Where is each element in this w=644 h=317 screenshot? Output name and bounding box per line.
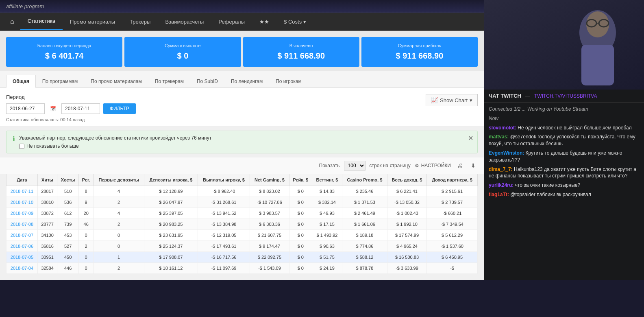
tab-general[interactable]: Общая bbox=[6, 75, 36, 88]
tab-trackers[interactable]: По трекерам bbox=[148, 75, 190, 87]
svg-point-3 bbox=[586, 11, 609, 37]
stat-balance-title: Баланс текущего периода bbox=[12, 43, 116, 48]
date-link[interactable]: 2018-07-07 bbox=[11, 233, 33, 238]
tab-subid[interactable]: По SubID bbox=[190, 75, 224, 87]
info-notice: ℹ Уважаемый партнер, следующее обновлени… bbox=[6, 131, 478, 153]
per-page-label: строк на страницу bbox=[370, 163, 411, 168]
stream-video bbox=[484, 0, 644, 90]
stats-updated: Статистика обновлялась: 00:14 назад bbox=[6, 117, 136, 122]
nav-home-icon[interactable]: ⌂ bbox=[4, 13, 20, 30]
settings-button[interactable]: ⚙ НАСТРОЙКИ bbox=[415, 163, 451, 168]
date-link[interactable]: 2018-07-04 bbox=[11, 266, 33, 271]
tab-landings[interactable]: По лендингам bbox=[224, 75, 269, 87]
chat-message-text: @topsaider паблики вк раскручивал bbox=[510, 192, 591, 197]
nav-referrals[interactable]: Рефералы bbox=[211, 14, 252, 30]
stats-row: Баланс текущего периода $ 6 401.74 Сумма… bbox=[0, 31, 484, 71]
date-link[interactable]: 2018-07-09 bbox=[11, 211, 33, 216]
stat-card-paid: Выплачено $ 911 668.90 bbox=[243, 37, 359, 67]
col-date: Дата bbox=[7, 174, 38, 186]
date-link[interactable]: 2018-07-10 bbox=[11, 200, 33, 205]
filter-area: Период 📅 ФИЛЬТР Статистика обновлялась: … bbox=[0, 88, 484, 127]
svg-rect-4 bbox=[581, 45, 614, 85]
stat-payout-title: Сумма к выплате bbox=[131, 43, 235, 48]
nav-trackers[interactable]: Трекеры bbox=[122, 14, 158, 30]
stat-total-value: $ 911 668.90 bbox=[368, 51, 472, 61]
date-to-input[interactable] bbox=[61, 103, 100, 114]
stat-card-total-profit: Суммарная прибыль $ 911 668.90 bbox=[361, 37, 478, 67]
calendar-from-icon[interactable]: 📅 bbox=[48, 104, 58, 114]
col-pay-player: Выплаты игроку, $ bbox=[198, 174, 250, 186]
download-icon[interactable]: ⬇ bbox=[469, 162, 478, 170]
gear-icon: ⚙ bbox=[415, 163, 419, 168]
nav-stars[interactable]: ★★ bbox=[252, 14, 276, 30]
col-partner-income: Доход партнера, $ bbox=[427, 174, 478, 186]
period-label: Период bbox=[6, 94, 136, 100]
notice-checkbox-label: Не показывать больше bbox=[26, 143, 79, 149]
chat-message: Now bbox=[489, 115, 639, 122]
chat-message: EvgenWinston: Крутить то дальше будешь и… bbox=[489, 150, 639, 164]
notice-content: Уважаемый партнер, следующее обновление … bbox=[19, 135, 211, 149]
stat-paid-title: Выплачено bbox=[249, 43, 353, 48]
chat-message-text: Не один человек не выйграл больше,чем пр… bbox=[518, 125, 631, 131]
chat-message: Connected 1/2 ... Working on Youtube Str… bbox=[489, 106, 639, 113]
show-chart-button[interactable]: 📈 Show Chart ▾ bbox=[426, 94, 478, 106]
header-logo: affiliate program bbox=[6, 3, 44, 9]
chat-username: flag1aTt: bbox=[489, 192, 510, 197]
chat-username: EvgenWinston: bbox=[489, 150, 526, 156]
date-link[interactable]: 2018-07-08 bbox=[11, 222, 33, 227]
chat-message: slovomolot: Не один человек не выйграл б… bbox=[489, 125, 639, 131]
rows-per-page-select[interactable]: 100 50 25 bbox=[344, 161, 366, 171]
show-label: Показать bbox=[319, 163, 340, 168]
chat-message: mattvas: @se7endok господи успокойся ты … bbox=[489, 133, 639, 147]
info-icon: ℹ bbox=[13, 135, 15, 143]
tab-programs[interactable]: По программам bbox=[36, 75, 85, 87]
nav-accounting[interactable]: Взаиморасчеты bbox=[158, 14, 211, 30]
data-table: Дата Хиты Хосты Рег. Первые депозиты Деп… bbox=[6, 174, 478, 274]
col-dep-player: Депозиты игрока, $ bbox=[144, 174, 198, 186]
chat-username: slovomolot: bbox=[489, 125, 518, 131]
chat-title: ЧАТ TWITCH bbox=[489, 93, 521, 99]
tabs-area: Общая По программам По промо материалам … bbox=[0, 71, 484, 88]
stat-payout-value: $ 0 bbox=[131, 51, 235, 61]
header: affiliate program bbox=[0, 0, 484, 13]
stat-total-title: Суммарная прибыль bbox=[368, 43, 472, 48]
nav-costs[interactable]: $ Costs ▾ bbox=[276, 14, 313, 30]
chat-link[interactable]: TWITCH.TV/VITUSSBRITVA bbox=[534, 93, 597, 99]
chat-separator: — bbox=[525, 93, 530, 99]
nav-promo[interactable]: Промо материалы bbox=[63, 14, 122, 30]
print-icon[interactable]: 🖨 bbox=[455, 162, 465, 170]
nav-statistics[interactable]: Статистика bbox=[20, 13, 63, 30]
table-controls: Показать 100 50 25 строк на страницу ⚙ Н… bbox=[0, 157, 484, 174]
notice-checkbox[interactable] bbox=[19, 144, 24, 149]
col-rake: Рейк, $ bbox=[289, 174, 312, 186]
chat-username: dima_7_7: bbox=[489, 166, 514, 172]
chat-messages: Connected 1/2 ... Working on Youtube Str… bbox=[484, 103, 644, 280]
chat-message-text: @se7endok господи успокойся ты пожалуйст… bbox=[489, 134, 635, 146]
date-link[interactable]: 2018-07-06 bbox=[11, 244, 33, 249]
filter-left: Период 📅 ФИЛЬТР Статистика обновлялась: … bbox=[6, 94, 136, 122]
notice-checkbox-row: Не показывать больше bbox=[19, 143, 211, 149]
data-table-wrapper: Дата Хиты Хосты Рег. Первые депозиты Деп… bbox=[0, 174, 484, 280]
right-panel: ЧАТ TWITCH — TWITCH.TV/VITUSSBRITVA Conn… bbox=[484, 0, 644, 280]
chat-header: ЧАТ TWITCH — TWITCH.TV/VITUSSBRITVA bbox=[484, 90, 644, 103]
filter-button[interactable]: ФИЛЬТР bbox=[103, 103, 136, 114]
date-link[interactable]: 2018-07-05 bbox=[11, 255, 33, 260]
col-reg: Рег. bbox=[79, 174, 94, 186]
col-first-dep: Первые депозиты bbox=[94, 174, 144, 186]
filter-inputs: 📅 ФИЛЬТР bbox=[6, 103, 136, 114]
chat-message: yurlik24ru: что за очки такие козырные? bbox=[489, 182, 639, 189]
notice-close-icon[interactable]: ✕ bbox=[468, 134, 473, 142]
col-total-income: Весь доход, $ bbox=[387, 174, 427, 186]
col-casino-promo: Casino Promo, $ bbox=[342, 174, 387, 186]
navigation: ⌂ Статистика Промо материалы Трекеры Вза… bbox=[0, 13, 484, 31]
tab-players[interactable]: По игрокам bbox=[269, 75, 308, 87]
col-betting: Беттинг, $ bbox=[312, 174, 342, 186]
col-net-gaming: Net Gaming, $ bbox=[250, 174, 289, 186]
tab-promo[interactable]: По промо материалам bbox=[84, 75, 148, 87]
chat-message-text: что за очки такие козырные? bbox=[515, 182, 580, 188]
date-link[interactable]: 2018-07-11 bbox=[11, 189, 33, 194]
chat-message: dima_7_7: Halkunba123 да хватит уже пуст… bbox=[489, 166, 639, 180]
chevron-down-icon: ▾ bbox=[470, 97, 472, 103]
stat-card-payout: Сумма к выплате $ 0 bbox=[124, 37, 241, 67]
date-from-input[interactable] bbox=[6, 103, 45, 114]
